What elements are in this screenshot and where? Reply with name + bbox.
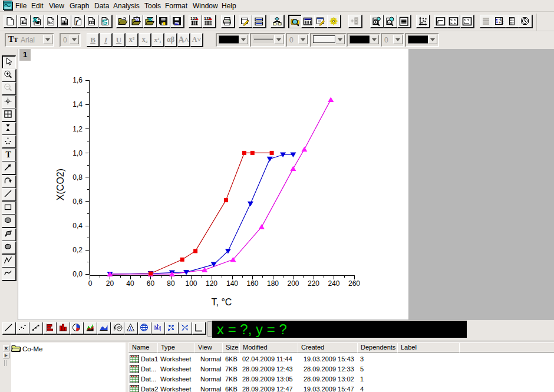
- svg-text:100: 100: [185, 279, 197, 288]
- svg-text:180: 180: [267, 279, 279, 288]
- svg-text:0,8: 0,8: [72, 173, 83, 182]
- svg-text:0: 0: [88, 279, 93, 288]
- svg-text:220: 220: [308, 279, 319, 288]
- svg-text:60: 60: [147, 279, 155, 288]
- svg-text:160: 160: [246, 279, 258, 288]
- svg-text:0,4: 0,4: [72, 222, 83, 230]
- svg-text:260: 260: [348, 279, 360, 288]
- svg-text:1,6: 1,6: [72, 76, 83, 84]
- svg-text:X(CO2): X(CO2): [55, 169, 65, 200]
- svg-text:0,2: 0,2: [72, 246, 83, 254]
- svg-text:1,2: 1,2: [72, 125, 83, 133]
- svg-text:20: 20: [106, 279, 114, 288]
- svg-text:80: 80: [167, 279, 175, 288]
- svg-text:40: 40: [126, 279, 134, 288]
- svg-text:123: 123: [190, 17, 197, 21]
- svg-text:0,6: 0,6: [72, 197, 83, 206]
- svg-text:T: T: [6, 150, 12, 159]
- svg-text:1,4: 1,4: [72, 100, 83, 108]
- svg-text:240: 240: [328, 279, 339, 288]
- svg-text:0,0: 0,0: [72, 270, 83, 278]
- svg-text:1,0: 1,0: [72, 149, 83, 157]
- svg-text:140: 140: [226, 279, 238, 288]
- svg-text:123: 123: [204, 17, 211, 21]
- svg-text:200: 200: [287, 279, 299, 288]
- svg-text:+C: +C: [499, 21, 504, 25]
- svg-text:T, °C: T, °C: [212, 297, 232, 307]
- svg-text:120: 120: [206, 279, 217, 288]
